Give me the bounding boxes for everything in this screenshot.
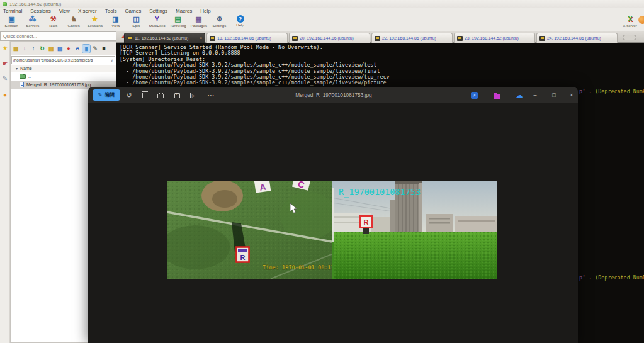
close-button[interactable]: ×	[567, 90, 577, 100]
tools-icon: ⚒	[48, 14, 58, 23]
sync-icon[interactable]: ▩	[12, 45, 20, 53]
file-browser-toolbar: ▩ ↓ ↑ ↻ ▤ ▤ ● A ▮ ✎ ■	[11, 42, 116, 55]
cloud-button[interactable]: ☁	[515, 91, 524, 99]
minimize-icon: –	[533, 92, 536, 98]
refresh-icon[interactable]: ↻	[38, 45, 46, 53]
toolbar-help-button[interactable]: ? Help	[230, 14, 251, 27]
share-button[interactable]	[172, 91, 181, 99]
tab-session-23[interactable]: 23. 192.168.144.52 (ubuntu)	[454, 33, 535, 43]
menu-help[interactable]: Help	[200, 8, 210, 14]
menu-tools[interactable]: Tools	[105, 8, 117, 14]
slideshow-button[interactable]: ▷	[189, 91, 198, 99]
terminal-tab-icon	[375, 36, 380, 41]
menu-sessions[interactable]: Sessions	[30, 8, 50, 14]
menu-settings[interactable]: Settings	[149, 8, 167, 14]
tab-session-11[interactable]: 11. 192.168.144.52 (ubuntu) ×	[124, 33, 205, 43]
open-with-icon: ↗	[471, 92, 478, 99]
collapse-arrow-icon[interactable]: ▾	[16, 66, 18, 70]
folder-up-row[interactable]: ..	[11, 72, 116, 81]
open-with-button[interactable]: ↗	[470, 91, 478, 99]
viewer-canvas[interactable]: A C R Time: 1970-01-01 08:17:53	[88, 103, 578, 343]
file-name-label: Merged_R_19700101081753.jpg	[26, 82, 91, 87]
upload-icon[interactable]: ↑	[30, 45, 37, 53]
sidebar-strip: ★ ☛ ✎ ●	[0, 41, 10, 343]
image-file-icon	[20, 82, 24, 87]
sftp-icon[interactable]: ●	[1, 90, 9, 99]
toolbar-packages-button[interactable]: ▦ Packages	[188, 14, 209, 28]
tab-session-18[interactable]: 18. 192.168.144.86 (ubuntu)	[206, 33, 288, 43]
quick-connect-input[interactable]	[0, 31, 116, 41]
viewer-title: Merged_R_19700101081753.jpg	[246, 87, 422, 103]
terminal-tab-icon	[292, 36, 298, 41]
printer-icon	[157, 94, 164, 98]
rotate-button[interactable]: ↺	[125, 91, 133, 99]
toolbar-tunneling-button[interactable]: ▤ Tunneling	[167, 14, 188, 28]
macros-pencil-icon[interactable]: ✎	[1, 74, 9, 82]
terminal-icon[interactable]: ■	[100, 45, 108, 53]
tools-hand-icon[interactable]: ☛	[1, 59, 9, 67]
minimize-button[interactable]: –	[530, 90, 540, 100]
show-in-folder-button[interactable]	[492, 91, 501, 99]
more-icon: ⋯	[208, 91, 215, 99]
toolbar-view-button[interactable]: ◨ View	[105, 14, 126, 28]
share-icon	[174, 93, 180, 98]
tab-session-22[interactable]: 22. 192.168.144.86 (ubuntu)	[371, 33, 453, 43]
print-button[interactable]	[156, 91, 165, 99]
toolbar-games-button[interactable]: ♞ Games	[64, 14, 84, 28]
tree-header[interactable]: ▾ Name	[11, 65, 116, 72]
toolbar-settings-button[interactable]: ⚙ Settings	[209, 14, 230, 28]
more-options-button[interactable]: ⋯	[206, 91, 215, 99]
menu-terminal[interactable]: Terminal	[3, 8, 22, 14]
svg-text:R: R	[364, 218, 369, 226]
toolbar-multiexec-button[interactable]: Y MultiExec	[147, 14, 167, 28]
tunneling-icon: ▤	[173, 14, 183, 23]
tab-close-icon[interactable]: ×	[200, 36, 202, 40]
maximize-button[interactable]: □	[549, 90, 559, 100]
edit-button-label: 编辑	[105, 91, 115, 99]
cloud-icon: ☁	[516, 91, 523, 99]
toolbar-servers-button[interactable]: ⁂ Servers	[22, 14, 43, 28]
name-column-header: Name	[20, 66, 32, 70]
download-icon[interactable]: ↓	[21, 45, 28, 53]
toolbar-split-button[interactable]: ◫ Split	[126, 14, 147, 28]
menu-macros[interactable]: Macros	[176, 8, 192, 14]
menu-view[interactable]: View	[59, 8, 70, 14]
viewer-titlebar[interactable]: ✎ 编辑 ↺ ▷ ⋯ Merged_R_19700101081753.jpg ↗…	[88, 87, 578, 103]
sessions-star-icon[interactable]: ★	[1, 43, 9, 52]
stop-icon[interactable]: ●	[65, 45, 72, 53]
delete-button[interactable]	[140, 91, 149, 99]
folder-icon	[20, 74, 26, 79]
chevron-down-icon: ∨	[111, 58, 113, 62]
photo-right-ground: R R_19700101081753	[332, 181, 497, 279]
servers-icon: ⁂	[28, 14, 37, 23]
marker-r-detected: R	[237, 247, 249, 262]
trash-icon	[142, 93, 147, 98]
home-folder-icon[interactable]: ▤	[47, 45, 55, 53]
edit-path-icon[interactable]: ✎	[91, 45, 99, 53]
toolbar-session-button[interactable]: ▣ Session	[1, 14, 22, 28]
menu-bar: Terminal Sessions View X server Tools Ga…	[0, 8, 644, 14]
main-toolbar: ▣ Session ⁂ Servers ⚒ Tools ♞ Games ★ Se…	[0, 14, 644, 31]
tab-session-20[interactable]: 20. 192.168.144.86 (ubuntu)	[289, 33, 370, 43]
help-icon: ?	[237, 15, 244, 23]
menu-games[interactable]: Games	[125, 8, 141, 14]
tab-session-24[interactable]: 24. 192.168.144.86 (ubuntu)	[536, 33, 618, 43]
toolbar-tools-button[interactable]: ⚒ Tools	[43, 14, 64, 28]
terminal-output: [OCR Scanner] Service Started (Random Po…	[116, 43, 644, 86]
rotate-icon: ↺	[126, 91, 132, 99]
terminal-tab-icon	[127, 36, 133, 41]
documents-icon[interactable]: ▤	[56, 45, 64, 53]
edit-image-button[interactable]: ✎ 编辑	[93, 89, 120, 101]
folder-magenta-icon	[494, 94, 500, 99]
xserver-icon: X	[626, 14, 635, 23]
follow-terminal-icon[interactable]: ▮	[82, 45, 90, 53]
text-mode-icon[interactable]: A	[74, 45, 81, 53]
path-dropdown[interactable]: /home/ubuntu/Payload-SDK-3.9.2/samples/s…	[11, 56, 115, 64]
toolbar-right-group: X X server	[618, 14, 643, 28]
menu-xserver[interactable]: X server	[78, 8, 97, 14]
view-icon: ◨	[111, 14, 120, 23]
new-tab-button[interactable]	[623, 35, 636, 40]
multiexec-icon: Y	[152, 14, 162, 23]
toolbar-sessions-button[interactable]: ★ Sessions	[84, 14, 105, 28]
exit-icon[interactable]	[638, 16, 644, 24]
